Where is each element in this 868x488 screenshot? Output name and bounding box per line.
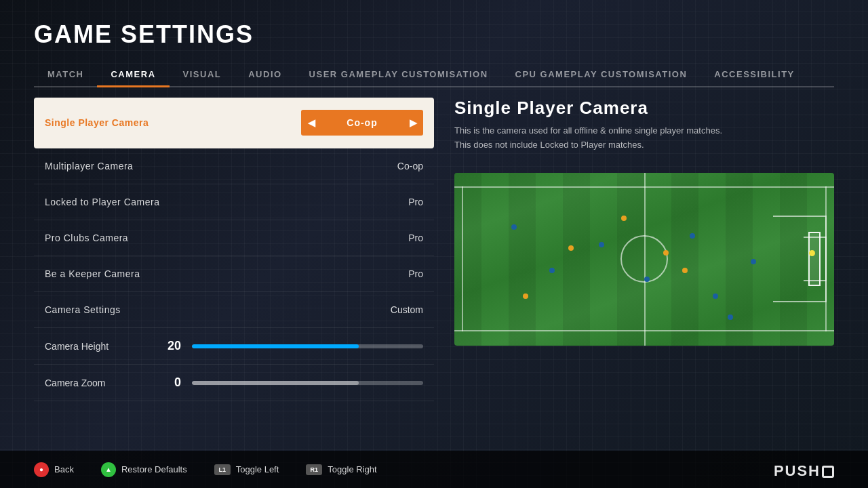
settings-panel: Single Player Camera ◀ Co-op ▶ Multiplay… [34,98,434,401]
tab-visual[interactable]: VISUAL [170,62,235,86]
player-blue-7 [751,259,756,264]
slider-track-zoom[interactable] [192,381,423,385]
pitch-left-line [462,186,463,331]
tab-cpu-gameplay[interactable]: CPU GAMEPLAY CUSTOMISATION [502,62,701,86]
goal-right [808,232,821,286]
setting-value-text-keeper: Pro [408,268,423,279]
setting-value-text-locked-player: Pro [408,197,423,207]
slider-track-bg-height [192,344,423,348]
setting-label-keeper: Be a Keeper Camera [45,268,140,279]
tab-bar: MATCH CAMERA VISUAL AUDIO USER GAMEPLAY … [34,62,834,87]
setting-row-multiplayer-camera[interactable]: Multiplayer Camera Co-op [34,148,434,184]
setting-value-locked-player: Pro [408,197,423,207]
toggle-left-label: Toggle Left [236,464,279,474]
arrow-left-single-player[interactable]: ◀ [301,110,321,136]
setting-value-text-pro-clubs: Pro [408,232,423,243]
action-back: ● Back [34,462,74,477]
player-blue-8 [728,314,733,320]
setting-label-locked-player: Locked to Player Camera [45,197,159,207]
player-blue-6 [713,293,718,299]
setting-value-multiplayer: Co-op [397,161,423,171]
toggle-right-button-icon[interactable]: R1 [306,464,322,475]
content-area: GAME SETTINGS MATCH CAMERA VISUAL AUDIO … [0,0,868,415]
tab-match[interactable]: MATCH [34,62,97,86]
slider-fill-height [192,344,359,348]
action-restore: ▲ Restore Defaults [101,462,187,477]
info-description: This is the camera used for all offline … [454,124,834,152]
slider-number-height: 20 [157,339,181,353]
slider-label-zoom: Camera Zoom [45,378,146,388]
pitch-background [454,173,834,346]
player-orange-4 [682,268,688,273]
back-label: Back [54,464,74,474]
setting-label-pro-clubs: Pro Clubs Camera [45,232,128,243]
toggle-right-label: Toggle Right [328,464,376,474]
toggle-left-button-icon[interactable]: L1 [214,464,231,475]
push-square-icon [822,466,834,478]
back-button-icon[interactable]: ● [34,462,49,477]
setting-row-single-player-camera[interactable]: Single Player Camera ◀ Co-op ▶ [34,98,434,148]
preview-image [454,173,834,346]
setting-row-locked-player-camera[interactable]: Locked to Player Camera Pro [34,184,434,220]
player-blue-5 [690,233,695,239]
info-title: Single Player Camera [454,98,834,119]
push-logo: PUSH [774,462,834,480]
pitch-bottom-line [454,330,834,331]
tab-audio[interactable]: AUDIO [235,62,295,86]
setting-row-keeper-camera[interactable]: Be a Keeper Camera Pro [34,256,434,292]
player-orange-1 [568,245,574,251]
tab-camera[interactable]: CAMERA [97,62,169,86]
main-layout: Single Player Camera ◀ Co-op ▶ Multiplay… [34,98,834,401]
arrow-right-single-player[interactable]: ▶ [403,110,423,136]
player-blue-3 [599,242,604,247]
tab-user-gameplay[interactable]: USER GAMEPLAY CUSTOMISATION [296,62,502,86]
pitch-top-line [454,186,834,188]
setting-info-text: Single Player Camera This is the camera … [454,98,834,152]
pitch-center-circle [620,235,668,283]
slider-fill-zoom [192,381,359,385]
value-selector-single-player: ◀ Co-op ▶ [301,110,423,136]
selected-value-single-player: Co-op [321,110,403,136]
slider-row-camera-zoom[interactable]: Camera Zoom 0 [34,365,434,401]
setting-value-keeper: Pro [408,268,423,279]
player-blue-4 [644,277,650,282]
setting-value-text-camera-settings: Custom [391,304,423,315]
action-toggle-left: L1 Toggle Left [214,464,279,475]
slider-track-height[interactable] [192,344,423,348]
restore-button-icon[interactable]: ▲ [101,462,116,477]
player-orange-5 [523,293,528,299]
setting-label-multiplayer: Multiplayer Camera [45,161,133,171]
setting-value-pro-clubs: Pro [408,232,423,243]
page-title: GAME SETTINGS [34,20,834,49]
setting-row-pro-clubs-camera[interactable]: Pro Clubs Camera Pro [34,220,434,256]
action-toggle-right: R1 Toggle Right [306,464,376,475]
bottom-bar: ● Back ▲ Restore Defaults L1 Toggle Left… [0,451,868,488]
setting-row-camera-settings[interactable]: Camera Settings Custom [34,292,434,328]
restore-label: Restore Defaults [121,464,187,474]
setting-value-text-multiplayer: Co-op [397,161,423,171]
tab-accessibility[interactable]: ACCESSIBILITY [701,62,808,86]
slider-label-height: Camera Height [45,341,146,352]
slider-number-zoom: 0 [157,375,181,390]
slider-row-camera-height[interactable]: Camera Height 20 [34,328,434,365]
setting-label-single-player: Single Player Camera [45,117,149,128]
player-blue-2 [549,268,555,273]
setting-label-camera-settings: Camera Settings [45,304,121,315]
slider-track-bg-zoom [192,381,423,385]
setting-value-camera-settings: Custom [391,304,423,315]
info-panel: Single Player Camera This is the camera … [454,98,834,401]
